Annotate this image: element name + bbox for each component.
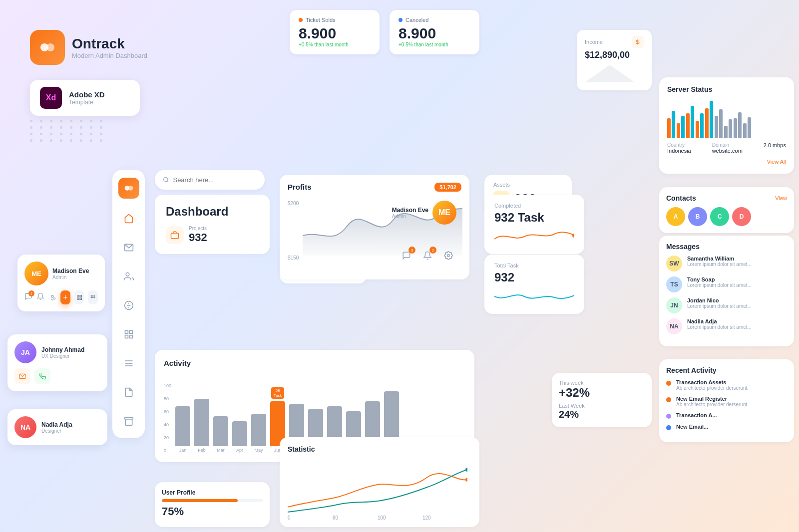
svg-text:100: 100 bbox=[378, 515, 386, 521]
user-avatar-overlay: ME bbox=[432, 201, 456, 225]
total-task-label: Total Task bbox=[494, 263, 574, 268]
svg-rect-35 bbox=[80, 295, 82, 297]
msg-text-3: Lorem ipsum dolor sit amet... bbox=[687, 303, 752, 309]
message-item-1: SW Samantha William Lorem ipsum dolor si… bbox=[666, 256, 787, 271]
lastweek-value: 24% bbox=[559, 409, 645, 420]
user-role-1: Admin bbox=[52, 274, 89, 280]
user-avatar-2: JA bbox=[14, 341, 36, 363]
add-btn[interactable]: + bbox=[60, 290, 70, 304]
gear-btn[interactable] bbox=[48, 292, 56, 302]
contact-avatar-2: B bbox=[688, 207, 707, 226]
brand-logo bbox=[30, 30, 65, 65]
sidebar-item-grid[interactable] bbox=[120, 325, 138, 343]
sidebar-item-archive[interactable] bbox=[120, 412, 138, 430]
message-item-2: TS Tony Soap Lorem ipsum dolor sit amet.… bbox=[666, 276, 787, 292]
recent-title: Recent Activity bbox=[666, 366, 787, 374]
completed-label: Completed bbox=[494, 203, 574, 209]
user-avatar-3: NA bbox=[14, 416, 36, 438]
metric-value2: 8.900 bbox=[399, 25, 470, 42]
svg-rect-10 bbox=[129, 335, 132, 338]
server-viewall[interactable]: View All bbox=[767, 159, 786, 165]
svg-point-5 bbox=[126, 273, 129, 276]
user-profile-title: User Profile bbox=[162, 489, 263, 496]
chat-btn[interactable]: 2 bbox=[24, 292, 32, 302]
user-avatar-1: ME bbox=[24, 262, 48, 285]
svg-point-3 bbox=[128, 186, 133, 191]
svg-rect-14 bbox=[124, 418, 133, 419]
mail-btn[interactable] bbox=[14, 368, 30, 384]
svg-marker-16 bbox=[585, 65, 635, 82]
contact-avatar-3: C bbox=[710, 207, 729, 226]
svg-text:120: 120 bbox=[422, 515, 431, 521]
total-task-wave bbox=[494, 286, 574, 304]
xd-icon: Xd bbox=[40, 87, 62, 109]
contacts-view[interactable]: View bbox=[775, 195, 787, 201]
activity-dot-2 bbox=[666, 397, 671, 402]
user-name-1: Madison Eve bbox=[52, 267, 89, 274]
total-task-value: 932 bbox=[494, 270, 574, 284]
search-bar bbox=[155, 170, 265, 190]
search-input[interactable] bbox=[173, 176, 257, 184]
metric-label2: Canceled bbox=[405, 17, 428, 23]
sidebar-item-file[interactable] bbox=[120, 383, 138, 401]
phone-btn[interactable] bbox=[34, 368, 50, 384]
dashboard-title: Dashboard bbox=[166, 205, 259, 219]
activity-title-3: Transaction A... bbox=[676, 412, 717, 418]
sidebar-item-dollar[interactable] bbox=[120, 296, 138, 314]
message-item-3: JN Jordan Nico Lorem ipsum dolor sit ame… bbox=[666, 297, 787, 313]
activity-text-2: Ab architecto provider derserunt. bbox=[676, 402, 749, 407]
activity-title-1: Transaction Assets bbox=[676, 379, 749, 385]
recent-activity-card: Recent Activity Transaction Assets Ab ar… bbox=[659, 359, 794, 442]
metric-ticket-solds: Ticket Solds 8.900 +0.5% than last month bbox=[290, 10, 380, 54]
brand-section: Ontrack Modern Admin Dashboard bbox=[30, 30, 147, 65]
msg-avatar-1: SW bbox=[666, 256, 682, 271]
server-country-label: Country bbox=[667, 142, 691, 148]
user-profile-pct: 75% bbox=[162, 505, 263, 518]
xd-subtitle: Template bbox=[69, 99, 105, 106]
xd-badge: Xd Adobe XD Template bbox=[30, 80, 140, 116]
svg-rect-8 bbox=[129, 331, 132, 334]
svg-point-26 bbox=[447, 255, 450, 257]
svg-point-31 bbox=[465, 478, 467, 482]
svg-point-40 bbox=[94, 295, 95, 296]
left-user-card-2: JA Johnny Ahmad UX Designer bbox=[7, 334, 107, 391]
settings-icon[interactable] bbox=[444, 251, 453, 260]
msg-name-1: Samantha William bbox=[687, 256, 752, 262]
msg-text-2: Lorem ipsum dolor sit amet... bbox=[687, 282, 752, 288]
sidebar-item-mail[interactable] bbox=[120, 239, 138, 257]
svg-rect-36 bbox=[77, 298, 79, 300]
bar-may: May bbox=[251, 414, 266, 453]
msg-name-4: Nadila Adja bbox=[687, 318, 752, 324]
left-user-card-3: NA Nadia Adja Designer bbox=[7, 409, 107, 445]
grid-btn[interactable] bbox=[74, 290, 84, 304]
sidebar-item-users[interactable] bbox=[120, 267, 138, 285]
completed-wave bbox=[494, 227, 574, 244]
messages-title: Messages bbox=[666, 243, 787, 251]
metric-trend2: +0.5% than last month bbox=[399, 42, 470, 47]
contact-avatar-1: A bbox=[666, 207, 685, 226]
msg-avatar-4: NA bbox=[666, 318, 682, 334]
svg-point-41 bbox=[91, 297, 92, 298]
sidebar-item-list[interactable] bbox=[120, 354, 138, 372]
xd-name: Adobe XD bbox=[69, 90, 105, 99]
metric-canceled: Canceled 8.900 +0.5% than last month bbox=[390, 10, 479, 54]
dashboard-title-card: Dashboard Projects 932 bbox=[155, 195, 270, 254]
activity-text-1: Ab architecto provider derserunt. bbox=[676, 385, 749, 391]
activity-dot-4 bbox=[666, 425, 671, 430]
svg-rect-34 bbox=[77, 295, 79, 297]
msg-avatar-2: TS bbox=[666, 276, 682, 292]
svg-rect-19 bbox=[171, 233, 179, 239]
profits-card: Profits $1,702 $200 $150 Madison Eve Adm… bbox=[280, 175, 469, 279]
bar-feb: Feb bbox=[194, 399, 209, 453]
svg-text:80: 80 bbox=[333, 515, 339, 521]
svg-point-1 bbox=[46, 43, 54, 51]
svg-point-39 bbox=[92, 295, 93, 296]
activity-item-4: New Email... bbox=[666, 424, 787, 430]
messages-card: Messages SW Samantha William Lorem ipsum… bbox=[659, 236, 794, 346]
apps-btn[interactable] bbox=[88, 290, 98, 304]
svg-point-42 bbox=[92, 297, 93, 298]
sidebar-item-home[interactable] bbox=[120, 210, 138, 228]
projects-value: 932 bbox=[189, 231, 207, 244]
bell-btn[interactable] bbox=[36, 292, 44, 302]
activity-title: Activity bbox=[164, 359, 465, 367]
